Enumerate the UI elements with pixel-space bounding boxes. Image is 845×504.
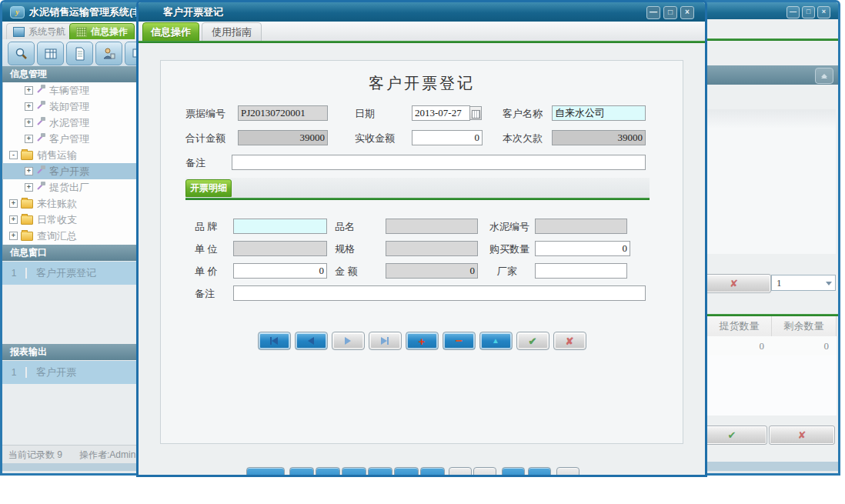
document-button[interactable] — [66, 42, 93, 65]
info-window-item[interactable]: 1 客户开票登记 — [2, 262, 137, 285]
page-select[interactable]: 1 — [771, 275, 836, 291]
tab-label: 信息操作 — [91, 25, 128, 38]
collapse-icon[interactable]: - — [9, 151, 18, 159]
clipped-button[interactable] — [449, 467, 472, 477]
remark-label: 备注 — [185, 156, 205, 170]
search-icon — [15, 47, 28, 61]
tab-info-operation[interactable]: 信息操作 — [69, 23, 135, 41]
expand-icon[interactable]: + — [9, 199, 18, 208]
expand-icon[interactable]: + — [25, 86, 33, 95]
dialog-tab-guide[interactable]: 使用指南 — [202, 22, 262, 42]
detail-tab[interactable]: 开票明细 — [185, 179, 232, 197]
last-icon — [381, 337, 387, 345]
column-header[interactable]: 提货数量 — [707, 316, 772, 336]
clipped-button[interactable] — [394, 467, 419, 477]
date-field[interactable] — [412, 105, 470, 121]
clipped-button[interactable] — [316, 467, 340, 477]
expand-icon[interactable]: + — [25, 102, 33, 111]
customer-field[interactable] — [552, 105, 646, 121]
bg-delete-button[interactable]: ✘ — [696, 274, 771, 293]
close-icon[interactable]: × — [680, 6, 694, 19]
last-record-button[interactable] — [369, 332, 402, 350]
form-panel: 客户开票登记 票据编号 日期 客户名称 合计金额 实收金额 本次欠款 备注 开票… — [160, 60, 683, 444]
qty-field[interactable] — [535, 241, 630, 256]
unit-field[interactable] — [233, 241, 327, 256]
debt-label: 本次欠款 — [503, 132, 543, 145]
received-field[interactable] — [412, 130, 483, 145]
collapse-button[interactable] — [815, 68, 833, 84]
bg-table-row[interactable]: 0 0 — [707, 336, 837, 356]
clipped-button[interactable] — [473, 467, 496, 477]
user-icon — [102, 47, 116, 61]
form-title: 客户开票登记 — [161, 73, 683, 94]
minimize-icon[interactable]: — — [646, 6, 660, 19]
dialog-tab-info-operation[interactable]: 信息操作 — [142, 22, 199, 42]
last-icon — [387, 337, 389, 345]
clipped-button[interactable] — [246, 467, 285, 477]
clipped-button[interactable] — [368, 467, 392, 477]
minimize-icon[interactable]: — — [787, 6, 800, 18]
table-button[interactable] — [37, 42, 64, 65]
first-record-button[interactable] — [258, 332, 291, 350]
tree-item-customer-invoice[interactable]: + 客户开票 — [3, 163, 138, 179]
tree-label: 提货出厂 — [49, 181, 89, 195]
bg-tab-underline — [707, 38, 838, 41]
folder-icon — [21, 151, 33, 160]
clipped-button[interactable] — [556, 467, 579, 477]
search-button[interactable] — [8, 42, 35, 65]
next-record-button[interactable] — [332, 332, 365, 350]
clipped-button[interactable] — [342, 467, 366, 477]
delete-record-button[interactable]: − — [443, 332, 476, 350]
dialog-titlebar[interactable]: 客户开票登记 — [139, 2, 705, 22]
expand-icon[interactable]: + — [9, 215, 18, 224]
brand-field[interactable] — [233, 219, 327, 234]
restore-icon[interactable]: □ — [802, 6, 815, 18]
factory-field[interactable] — [535, 263, 627, 279]
tree-item-loading[interactable]: + 装卸管理 — [3, 98, 138, 115]
cement-no-field[interactable] — [535, 219, 627, 234]
tree-item-customer[interactable]: + 客户管理 — [3, 131, 138, 147]
folder-icon — [21, 199, 33, 209]
document-icon — [74, 47, 86, 61]
tree-item-pickup[interactable]: + 提货出厂 — [3, 179, 138, 195]
cancel-button[interactable]: ✘ — [553, 332, 586, 350]
debt-field[interactable] — [552, 130, 646, 145]
tree-item-cement[interactable]: + 水泥管理 — [3, 115, 138, 131]
expand-icon[interactable]: + — [25, 183, 33, 192]
expand-icon[interactable]: + — [25, 167, 33, 175]
confirm-button[interactable]: ✔ — [516, 332, 549, 350]
clipped-button[interactable] — [420, 467, 445, 477]
expand-icon[interactable]: + — [25, 135, 33, 143]
total-field[interactable] — [238, 130, 328, 145]
previous-record-button[interactable] — [295, 332, 328, 350]
tree-item-query[interactable]: + 查询汇总 — [3, 228, 138, 244]
tree-item-daily[interactable]: + 日常收支 — [3, 212, 138, 228]
calendar-button[interactable] — [470, 106, 482, 120]
add-record-button[interactable]: + — [406, 332, 439, 350]
expand-icon[interactable]: + — [9, 232, 18, 240]
tree-item-accounts[interactable]: + 来往账款 — [3, 195, 138, 212]
remark-field[interactable] — [232, 155, 646, 170]
bg-cancel-button[interactable]: ✘ — [769, 426, 835, 445]
tool-icon — [36, 133, 45, 145]
tree-item-vehicle[interactable]: + 车辆管理 — [3, 82, 138, 98]
bill-no-field[interactable] — [238, 105, 328, 121]
clipped-button[interactable] — [528, 467, 551, 477]
tree-item-sales-transport[interactable]: - 销售运输 — [3, 147, 138, 163]
price-field[interactable] — [233, 263, 327, 279]
tab-underline — [139, 41, 705, 43]
report-output-item[interactable]: 1 客户开票 — [2, 361, 137, 384]
column-header[interactable]: 剩余数量 — [772, 316, 837, 336]
edit-record-button[interactable]: ▲ — [479, 332, 513, 350]
spec-field[interactable] — [386, 241, 478, 256]
clipped-button[interactable] — [502, 467, 525, 477]
amount-field[interactable] — [386, 263, 478, 279]
expand-icon[interactable]: + — [25, 118, 33, 127]
user-button[interactable] — [95, 42, 122, 65]
tab-system-nav[interactable]: 系统导航 — [6, 23, 72, 41]
maximize-icon[interactable]: □ — [663, 6, 677, 19]
detail-remark-field[interactable] — [233, 285, 646, 301]
product-field[interactable] — [386, 219, 478, 234]
clipped-button[interactable] — [289, 467, 314, 477]
close-icon[interactable]: × — [817, 6, 830, 18]
